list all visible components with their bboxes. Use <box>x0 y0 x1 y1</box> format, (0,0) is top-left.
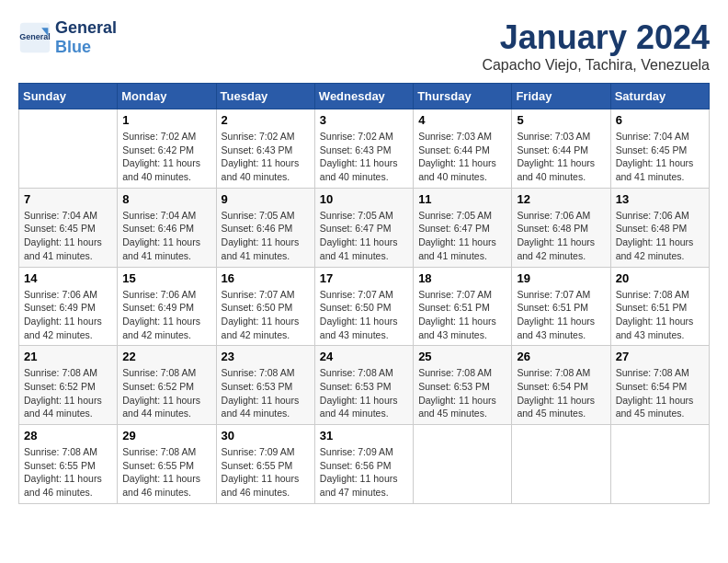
day-number: 13 <box>616 192 704 206</box>
calendar-cell: 29Sunrise: 7:08 AMSunset: 6:55 PMDayligh… <box>118 425 216 504</box>
day-info: Sunrise: 7:05 AMSunset: 6:47 PMDaylight:… <box>320 209 408 263</box>
calendar-week-row: 21Sunrise: 7:08 AMSunset: 6:52 PMDayligh… <box>19 346 710 425</box>
day-info: Sunrise: 7:02 AMSunset: 6:43 PMDaylight:… <box>320 130 408 184</box>
calendar-cell <box>512 425 610 504</box>
day-number: 11 <box>418 192 506 206</box>
calendar-table: SundayMondayTuesdayWednesdayThursdayFrid… <box>18 83 710 504</box>
day-info: Sunrise: 7:06 AMSunset: 6:48 PMDaylight:… <box>616 209 704 263</box>
day-number: 8 <box>122 192 210 206</box>
logo-blue-text: Blue <box>55 38 91 56</box>
calendar-cell: 20Sunrise: 7:08 AMSunset: 6:51 PMDayligh… <box>610 267 709 346</box>
day-number: 6 <box>616 113 704 127</box>
calendar-cell: 8Sunrise: 7:04 AMSunset: 6:46 PMDaylight… <box>118 188 216 267</box>
day-number: 9 <box>222 192 310 206</box>
day-info: Sunrise: 7:09 AMSunset: 6:56 PMDaylight:… <box>320 445 408 500</box>
calendar-cell: 28Sunrise: 7:08 AMSunset: 6:55 PMDayligh… <box>19 425 118 504</box>
day-number: 3 <box>320 113 408 127</box>
calendar-cell: 4Sunrise: 7:03 AMSunset: 6:44 PMDaylight… <box>414 109 512 189</box>
day-number: 7 <box>24 192 112 206</box>
day-number: 18 <box>418 271 506 285</box>
logo-general-text: General <box>55 18 117 37</box>
logo: General General Blue <box>18 18 117 57</box>
title-block: January 2024 Capacho Viejo, Tachira, Ven… <box>482 18 710 74</box>
day-number: 10 <box>320 192 408 206</box>
day-info: Sunrise: 7:07 AMSunset: 6:50 PMDaylight:… <box>320 288 408 342</box>
calendar-cell: 22Sunrise: 7:08 AMSunset: 6:52 PMDayligh… <box>118 346 216 425</box>
day-info: Sunrise: 7:08 AMSunset: 6:55 PMDaylight:… <box>122 445 210 500</box>
calendar-week-row: 7Sunrise: 7:04 AMSunset: 6:45 PMDaylight… <box>19 188 710 267</box>
day-info: Sunrise: 7:08 AMSunset: 6:55 PMDaylight:… <box>24 445 112 500</box>
calendar-header-row: SundayMondayTuesdayWednesdayThursdayFrid… <box>19 84 710 109</box>
calendar-cell <box>610 425 709 504</box>
day-info: Sunrise: 7:04 AMSunset: 6:45 PMDaylight:… <box>24 209 112 263</box>
day-number: 14 <box>24 271 112 285</box>
calendar-cell: 3Sunrise: 7:02 AMSunset: 6:43 PMDaylight… <box>314 109 413 189</box>
calendar-cell: 14Sunrise: 7:06 AMSunset: 6:49 PMDayligh… <box>19 267 118 346</box>
calendar-cell: 12Sunrise: 7:06 AMSunset: 6:48 PMDayligh… <box>512 188 610 267</box>
day-info: Sunrise: 7:04 AMSunset: 6:45 PMDaylight:… <box>616 130 704 184</box>
day-info: Sunrise: 7:07 AMSunset: 6:51 PMDaylight:… <box>517 288 605 342</box>
calendar-cell: 15Sunrise: 7:06 AMSunset: 6:49 PMDayligh… <box>118 267 216 346</box>
day-info: Sunrise: 7:02 AMSunset: 6:42 PMDaylight:… <box>122 130 210 184</box>
calendar-cell: 13Sunrise: 7:06 AMSunset: 6:48 PMDayligh… <box>610 188 709 267</box>
day-number: 27 <box>616 350 704 363</box>
calendar-cell: 10Sunrise: 7:05 AMSunset: 6:47 PMDayligh… <box>314 188 413 267</box>
day-info: Sunrise: 7:08 AMSunset: 6:53 PMDaylight:… <box>222 366 310 420</box>
day-of-week-header: Wednesday <box>314 84 413 109</box>
day-info: Sunrise: 7:08 AMSunset: 6:52 PMDaylight:… <box>24 366 112 420</box>
day-number: 19 <box>517 271 605 285</box>
calendar-cell: 16Sunrise: 7:07 AMSunset: 6:50 PMDayligh… <box>216 267 314 346</box>
calendar-cell <box>19 109 118 189</box>
day-info: Sunrise: 7:08 AMSunset: 6:52 PMDaylight:… <box>122 366 210 420</box>
calendar-cell: 19Sunrise: 7:07 AMSunset: 6:51 PMDayligh… <box>512 267 610 346</box>
day-number: 5 <box>517 113 605 127</box>
day-info: Sunrise: 7:03 AMSunset: 6:44 PMDaylight:… <box>517 130 605 184</box>
day-number: 22 <box>122 350 210 363</box>
calendar-cell: 5Sunrise: 7:03 AMSunset: 6:44 PMDaylight… <box>512 109 610 189</box>
day-info: Sunrise: 7:07 AMSunset: 6:50 PMDaylight:… <box>222 288 310 342</box>
calendar-cell: 6Sunrise: 7:04 AMSunset: 6:45 PMDaylight… <box>610 109 709 189</box>
day-info: Sunrise: 7:08 AMSunset: 6:54 PMDaylight:… <box>616 366 704 420</box>
logo-icon: General <box>18 21 51 54</box>
day-number: 15 <box>122 271 210 285</box>
day-number: 21 <box>24 350 112 363</box>
calendar-cell: 1Sunrise: 7:02 AMSunset: 6:42 PMDaylight… <box>118 109 216 189</box>
day-number: 23 <box>222 350 310 363</box>
calendar-week-row: 28Sunrise: 7:08 AMSunset: 6:55 PMDayligh… <box>19 425 710 504</box>
day-info: Sunrise: 7:03 AMSunset: 6:44 PMDaylight:… <box>418 130 506 184</box>
day-info: Sunrise: 7:05 AMSunset: 6:46 PMDaylight:… <box>222 209 310 263</box>
day-number: 20 <box>616 271 704 285</box>
day-info: Sunrise: 7:09 AMSunset: 6:55 PMDaylight:… <box>222 445 310 500</box>
calendar-week-row: 14Sunrise: 7:06 AMSunset: 6:49 PMDayligh… <box>19 267 710 346</box>
calendar-cell: 23Sunrise: 7:08 AMSunset: 6:53 PMDayligh… <box>216 346 314 425</box>
day-number: 12 <box>517 192 605 206</box>
day-info: Sunrise: 7:08 AMSunset: 6:54 PMDaylight:… <box>517 366 605 420</box>
day-info: Sunrise: 7:04 AMSunset: 6:46 PMDaylight:… <box>122 209 210 263</box>
svg-text:General: General <box>19 32 51 41</box>
day-of-week-header: Thursday <box>414 84 512 109</box>
day-number: 17 <box>320 271 408 285</box>
day-info: Sunrise: 7:08 AMSunset: 6:53 PMDaylight:… <box>320 366 408 420</box>
day-number: 16 <box>222 271 310 285</box>
calendar-cell <box>414 425 512 504</box>
calendar-cell: 21Sunrise: 7:08 AMSunset: 6:52 PMDayligh… <box>19 346 118 425</box>
day-of-week-header: Friday <box>512 84 610 109</box>
day-number: 4 <box>418 113 506 127</box>
calendar-cell: 24Sunrise: 7:08 AMSunset: 6:53 PMDayligh… <box>314 346 413 425</box>
calendar-cell: 25Sunrise: 7:08 AMSunset: 6:53 PMDayligh… <box>414 346 512 425</box>
day-info: Sunrise: 7:07 AMSunset: 6:51 PMDaylight:… <box>418 288 506 342</box>
calendar-cell: 27Sunrise: 7:08 AMSunset: 6:54 PMDayligh… <box>610 346 709 425</box>
day-number: 26 <box>517 350 605 363</box>
month-title: January 2024 <box>482 18 710 57</box>
day-number: 30 <box>222 429 310 442</box>
calendar-cell: 18Sunrise: 7:07 AMSunset: 6:51 PMDayligh… <box>414 267 512 346</box>
day-info: Sunrise: 7:08 AMSunset: 6:51 PMDaylight:… <box>616 288 704 342</box>
calendar-cell: 17Sunrise: 7:07 AMSunset: 6:50 PMDayligh… <box>314 267 413 346</box>
calendar-cell: 2Sunrise: 7:02 AMSunset: 6:43 PMDaylight… <box>216 109 314 189</box>
day-of-week-header: Monday <box>118 84 216 109</box>
location: Capacho Viejo, Tachira, Venezuela <box>482 57 710 74</box>
day-number: 1 <box>122 113 210 127</box>
day-number: 25 <box>418 350 506 363</box>
day-info: Sunrise: 7:06 AMSunset: 6:49 PMDaylight:… <box>24 288 112 342</box>
calendar-cell: 9Sunrise: 7:05 AMSunset: 6:46 PMDaylight… <box>216 188 314 267</box>
